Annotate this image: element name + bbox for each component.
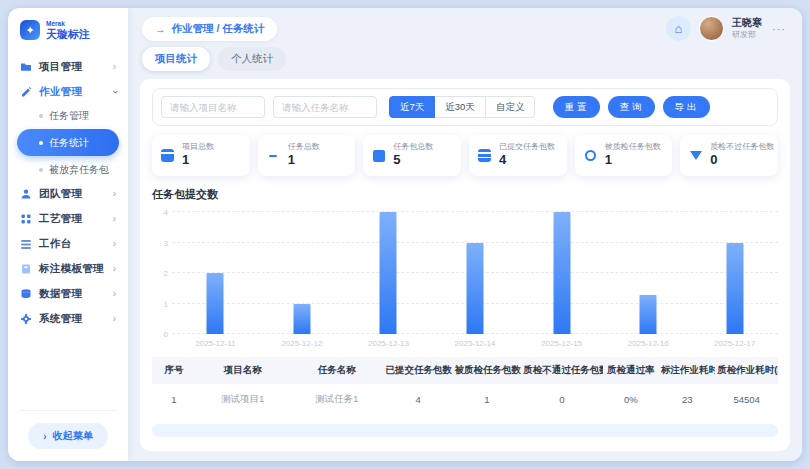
sidebar-subitem-abandoned-packages[interactable]: 被放弃任务包: [17, 158, 119, 181]
sidebar-item-workbench[interactable]: 工作台 ›: [17, 231, 119, 256]
brand-logo-icon: ✦: [20, 20, 40, 40]
collapse-menu-button[interactable]: › 收起菜单: [28, 423, 107, 449]
x-tick-label: 2025-12-16: [605, 339, 692, 348]
stat-card-submitted-packages: 已提交任务包数4: [469, 135, 567, 176]
bar-2025-12-17[interactable]: [726, 243, 743, 335]
sidebar-item-team-mgmt[interactable]: 团队管理 ›: [17, 181, 119, 206]
table-cell: 1: [452, 384, 521, 415]
sidebar-subitem-task-mgmt[interactable]: 任务管理: [17, 104, 119, 127]
tab-personal-stats[interactable]: 个人统计: [218, 47, 286, 71]
sidebar-item-template-mgmt[interactable]: 标注模板管理 ›: [17, 256, 119, 281]
search-button[interactable]: 查询: [608, 96, 655, 118]
y-tick-label: 4: [156, 208, 168, 217]
bullet-dot-icon: [39, 141, 43, 145]
table-cell: 54504: [715, 384, 778, 415]
task-lines-icon: [266, 148, 281, 163]
x-tick-label: 2025-12-13: [345, 339, 432, 348]
bar-2025-12-13[interactable]: [380, 212, 397, 334]
more-menu-button[interactable]: ···: [770, 23, 788, 35]
range-30days-button[interactable]: 近30天: [434, 96, 486, 118]
stats-table: 序号项目名称任务名称已提交任务包数被质检任务包数质检不通过任务包数质检通过率标注…: [152, 357, 778, 415]
brand-name: Merak: [46, 20, 90, 27]
bar-2025-12-14[interactable]: [467, 243, 484, 335]
table-cell: 1: [152, 384, 196, 415]
task-name-input[interactable]: [273, 96, 377, 118]
table-header-row: 序号项目名称任务名称已提交任务包数被质检任务包数质检不通过任务包数质检通过率标注…: [152, 357, 778, 384]
home-button[interactable]: ⌂: [666, 16, 691, 41]
bar-cell: [259, 212, 346, 334]
brand-logo: ✦ Merak 天璇标注: [17, 20, 119, 40]
table-cell: 测试任务1: [290, 384, 384, 415]
table-body: 1测试项目1测试任务14100%2354504: [152, 384, 778, 415]
filter-bar: 近7天 近30天 自定义 重置 查询 导出: [152, 88, 778, 126]
y-tick-label: 1: [156, 300, 168, 309]
pencil-icon: [20, 86, 32, 98]
bar-2025-12-16[interactable]: [640, 295, 657, 335]
column-header: 任务名称: [290, 357, 384, 384]
stat-card-failed-packages: 质检不过任务包数0: [680, 135, 778, 176]
chart-title: 任务包提交数: [152, 187, 778, 202]
chevron-right-icon: ›: [113, 314, 116, 324]
sidebar-nav: 项目管理 › 作业管理 › 任务管理 任务统计 被放弃任务包: [17, 54, 119, 331]
sidebar-item-project-mgmt[interactable]: 项目管理 ›: [17, 54, 119, 79]
gear-icon: [20, 313, 32, 325]
table-cell: 23: [659, 384, 715, 415]
fail-triangle-icon: [688, 148, 703, 163]
sidebar-item-process-mgmt[interactable]: 工艺管理 ›: [17, 206, 119, 231]
bar-cell: [691, 212, 778, 334]
user-name: 王晓寒: [732, 17, 762, 30]
tab-project-stats[interactable]: 项目统计: [142, 47, 210, 71]
topbar: → 作业管理 / 任务统计 ⌂ 王晓寒 研发部 ···: [128, 8, 802, 42]
x-tick-label: 2025-12-11: [172, 339, 259, 348]
chevron-right-icon: ›: [113, 289, 116, 299]
bar-2025-12-15[interactable]: [553, 212, 570, 334]
chart-x-axis: 2025-12-112025-12-122025-12-132025-12-14…: [172, 339, 778, 348]
breadcrumb[interactable]: → 作业管理 / 任务统计: [142, 17, 277, 41]
chevron-right-icon: ›: [113, 189, 116, 199]
sidebar-divider: [19, 410, 117, 411]
bar-cell: [518, 212, 605, 334]
x-tick-label: 2025-12-14: [432, 339, 519, 348]
person-icon: [20, 188, 32, 200]
reset-button[interactable]: 重置: [553, 96, 600, 118]
home-icon: ⌂: [675, 22, 683, 35]
avatar[interactable]: [699, 16, 724, 41]
chevron-right-icon: ›: [113, 214, 116, 224]
bar-cell: [172, 212, 259, 334]
sidebar-item-work-mgmt[interactable]: 作业管理 ›: [17, 79, 119, 104]
bar-2025-12-12[interactable]: [293, 304, 310, 335]
range-custom-button[interactable]: 自定义: [485, 96, 536, 118]
stat-card-total-packages: 任务包总数5: [363, 135, 461, 176]
bar-2025-12-11[interactable]: [207, 273, 224, 334]
column-header: 质检通过率: [603, 357, 659, 384]
sidebar-item-data-mgmt[interactable]: 数据管理 ›: [17, 281, 119, 306]
grid-icon: [20, 213, 32, 225]
table-cell: 0: [521, 384, 602, 415]
chart-plot-area: 01234: [172, 212, 778, 334]
y-tick-label: 3: [156, 239, 168, 248]
project-icon: [160, 148, 175, 163]
user-meta: 王晓寒 研发部: [732, 17, 762, 40]
brand-title: 天璇标注: [46, 28, 90, 40]
sidebar-item-system-mgmt[interactable]: 系统管理 ›: [17, 306, 119, 331]
collapse-arrow-icon: ›: [43, 431, 46, 442]
sidebar-subitem-task-stats[interactable]: 任务统计: [17, 129, 119, 156]
chevron-right-icon: ›: [113, 239, 116, 249]
stat-card-total-tasks: 任务总数1: [258, 135, 356, 176]
y-tick-label: 2: [156, 269, 168, 278]
project-name-input[interactable]: [161, 96, 265, 118]
table-cell: 4: [384, 384, 453, 415]
stats-tabs: 项目统计 个人统计: [142, 47, 788, 71]
table-row: 1测试项目1测试任务14100%2354504: [152, 384, 778, 415]
stat-card-inspected-packages: 被质检任务包数1: [575, 135, 673, 176]
bullet-dot-icon: [39, 114, 43, 118]
column-header: 标注作业耗时(秒): [659, 357, 715, 384]
date-range-segment: 近7天 近30天 自定义: [389, 96, 535, 118]
sidebar: ✦ Merak 天璇标注 项目管理 › 作业管理 › 任务管理: [8, 8, 128, 461]
export-button[interactable]: 导出: [663, 96, 710, 118]
column-header: 被质检任务包数: [452, 357, 521, 384]
range-7days-button[interactable]: 近7天: [389, 96, 435, 118]
footer-strip: [152, 424, 778, 437]
app-window: ✦ Merak 天璇标注 项目管理 › 作业管理 › 任务管理: [8, 8, 802, 461]
folder-icon: [20, 61, 32, 73]
